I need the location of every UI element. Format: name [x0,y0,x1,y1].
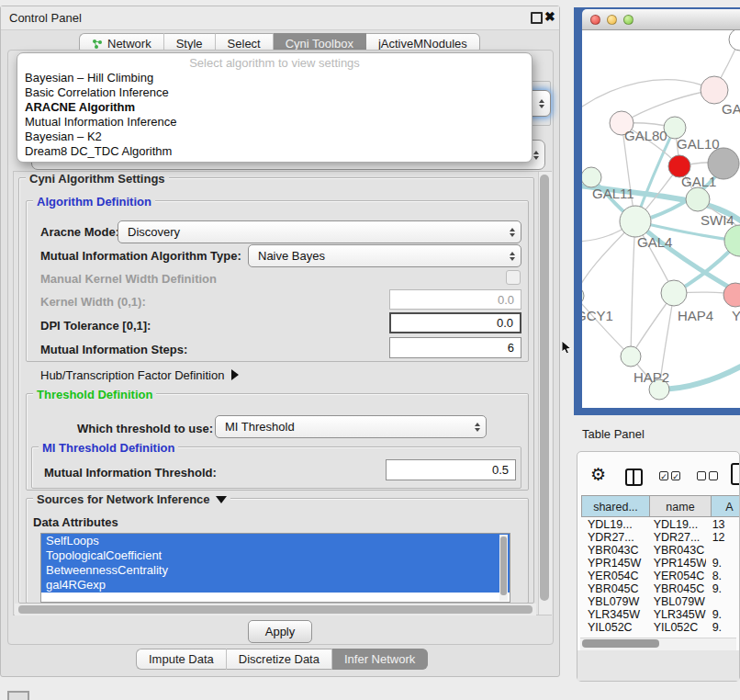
list-scrollbar-thumb[interactable] [500,536,507,595]
data-attribute-item[interactable]: TopologicalCoefficient [41,548,510,563]
kernel-width-label: Kernel Width (0,1): [40,295,146,309]
network-canvas[interactable]: GALGAL80GAL10GAL1GAL11SWI4GAL4HAP4YGCY1H… [582,30,740,408]
horizontal-scrollbar-thumb[interactable] [18,605,533,614]
table-cell: 9. [706,608,740,621]
algorithm-option[interactable]: Mutual Information Inference [17,115,532,130]
vertical-scrollbar-thumb[interactable] [540,175,549,601]
data-attribute-item[interactable]: SelfLoops [41,534,510,548]
screen: Control Panel ✖ Network Style Select Cyn… [0,0,740,700]
table-body[interactable]: YDL19...YDL19...13YDR27...YDR27...12YBR0… [581,518,740,635]
network-node-label: GAL [722,101,740,117]
table-row[interactable]: YDR27...YDR27...12 [581,531,740,544]
table-cell: YPR145W [581,557,647,570]
table-row[interactable]: YLR345WYLR345W9. [581,608,740,621]
network-node[interactable] [686,187,710,211]
table-row[interactable]: YDL19...YDL19...13 [581,518,740,531]
data-attribute-item[interactable]: BetweennessCentrality [41,563,510,578]
hub-definition-label: Hub/Transcription Factor Definition [40,368,224,382]
which-threshold-combobox[interactable]: MI Threshold [215,415,487,438]
tab-infer-network[interactable]: Infer Network [332,649,428,670]
export-table-icon[interactable] [731,463,740,485]
control-panel-titlebar[interactable] [1,6,559,30]
table-cell: YDR27... [581,531,647,544]
group-title: Cyni Algorithm Settings [26,172,169,186]
network-node[interactable] [620,206,651,237]
combo-stepper-icon [475,423,480,432]
aracne-mode-combobox[interactable]: Discovery [118,220,521,243]
collapsed-panel-icon[interactable] [7,691,29,700]
kernel-width-field: 0.0 [389,289,521,310]
combo-value: Discovery [128,225,180,239]
deselect-all-checkboxes-icon[interactable] [697,471,718,480]
table-cell: YBL079W [647,595,706,608]
algorithm-option[interactable]: Bayesian – Hill Climbing [17,71,532,85]
tab-label: Discretize Data [239,649,320,670]
table-row[interactable]: YBR045CYBR045C9. [581,582,740,595]
data-attribute-item[interactable]: gal4RGexp [41,578,510,593]
network-node[interactable] [582,287,584,305]
close-traffic-light[interactable] [590,15,600,25]
algorithm-option[interactable]: Dream8 DC_TDC Algorithm [17,144,532,159]
hub-definition-disclosure[interactable]: Hub/Transcription Factor Definition [40,368,239,382]
minimize-traffic-light[interactable] [607,15,617,25]
table-row[interactable]: YPR145WYPR145W9. [581,557,740,570]
algorithm-option[interactable]: ARACNE Algorithm [17,100,532,115]
table-cell: YBR045C [581,582,647,595]
column-header-partial[interactable]: A [712,495,740,517]
network-node-label: GAL1 [681,174,716,189]
algorithm-option[interactable]: Basic Correlation Inference [17,85,532,100]
close-icon[interactable]: ✖ [544,9,555,24]
network-node-label: GAL10 [677,136,720,152]
network-node[interactable] [701,76,728,104]
mi-threshold-label: Mutual Information Threshold: [44,466,217,480]
table-cell: YDR27... [647,531,706,544]
mi-threshold-field[interactable]: 0.5 [386,459,516,480]
table-row[interactable]: YBR043CYBR043C [581,544,740,557]
table-row[interactable]: YIL052CYIL052C9. [581,621,740,634]
network-node[interactable] [582,167,601,187]
select-all-checkboxes-icon[interactable]: ✓✓ [659,471,680,480]
table-cell: YLR345W [647,608,706,621]
group-title: Threshold Definition [33,388,156,401]
table-cell: YBR043C [647,544,706,557]
table-cell: 9. [706,621,740,634]
dpi-tolerance-field[interactable]: 0.0 [389,312,521,333]
columns-icon[interactable] [625,469,643,486]
tab-label: Impute Data [149,649,214,670]
network-node-label: SWI4 [701,212,734,228]
network-icon [92,39,103,50]
which-threshold-label: Which threshold to use: [77,422,213,435]
table-horizontal-scrollbar-thumb[interactable] [582,639,659,648]
table-panel-title: Table Panel [582,427,645,441]
tab-discretize-data[interactable]: Discretize Data [227,649,332,670]
network-node[interactable] [621,346,641,367]
algorithm-option[interactable]: Bayesian – K2 [17,130,532,144]
network-node[interactable] [661,280,687,306]
data-attributes-list[interactable]: SelfLoopsTopologicalCoefficientBetweenne… [40,533,510,603]
float-window-icon[interactable] [531,12,543,24]
data-attributes-label: Data Attributes [33,515,118,529]
table-cell: YBL079W [581,595,647,608]
column-header-name[interactable]: name [650,495,712,517]
mi-steps-field[interactable]: 6 [389,337,521,358]
table-row[interactable]: YER054CYER054C8. [581,570,740,582]
sources-title-label: Sources for Network Inference [37,492,210,506]
mouse-cursor [562,341,573,359]
zoom-traffic-light[interactable] [623,15,633,25]
tab-label: Infer Network [344,649,415,670]
table-row[interactable]: YBL079WYBL079W [581,595,740,608]
network-node-label: GAL4 [637,234,672,250]
mi-type-combobox[interactable]: Naive Bayes [248,244,521,267]
combo-stepper-icon [510,252,515,261]
network-window-titlebar[interactable] [582,9,740,30]
column-header-shared-name[interactable]: shared... [581,495,650,517]
network-node[interactable] [729,30,740,51]
network-node-label: GAL80 [624,128,667,143]
sources-group-title[interactable]: Sources for Network Inference [33,492,230,506]
tab-impute-data[interactable]: Impute Data [136,649,227,670]
apply-button[interactable]: Apply [248,620,312,643]
control-panel-title: Control Panel [9,11,82,25]
network-node-label: Y [732,308,740,323]
gear-icon[interactable]: ⚙ [590,464,606,485]
combo-stepper-icon [510,228,515,237]
